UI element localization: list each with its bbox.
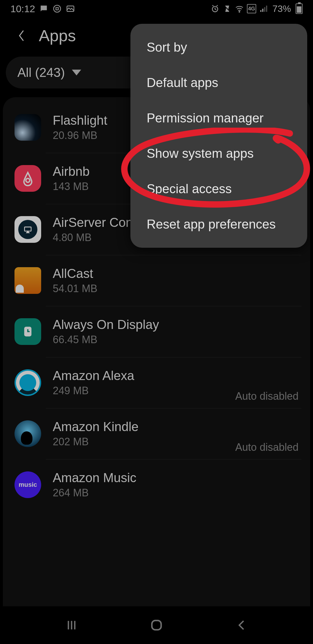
app-icon-flashlight: [14, 114, 41, 141]
app-icon-alexa: [14, 369, 41, 396]
app-name: Always On Display: [53, 317, 301, 332]
page-title: Apps: [39, 26, 76, 45]
wifi-icon: [235, 4, 244, 13]
status-bar: 10:12 4G 73%: [0, 0, 313, 17]
app-size: 54.01 MB: [53, 283, 301, 295]
status-right: 4G 73%: [210, 3, 303, 14]
nav-recents[interactable]: [63, 616, 80, 634]
alarm-icon: [210, 4, 220, 13]
svg-rect-11: [152, 621, 161, 630]
menu-reset-app-preferences[interactable]: Reset app preferences: [130, 207, 307, 242]
vibrate-icon: [223, 4, 232, 13]
app-row-music[interactable]: music Amazon Music 264 MB: [3, 459, 310, 510]
chevron-down-icon: [72, 70, 81, 75]
network-4g-icon: 4G: [247, 4, 256, 13]
app-icon-music: music: [14, 471, 41, 498]
app-name: Amazon Kindle: [53, 419, 301, 434]
status-left: 10:12: [10, 3, 75, 15]
menu-sort-by[interactable]: Sort by: [130, 30, 307, 65]
app-name: Amazon Alexa: [53, 368, 301, 383]
status-time: 10:12: [10, 3, 35, 15]
app-status: Auto disabled: [235, 441, 299, 453]
overflow-menu: Sort by Default apps Permission manager …: [130, 24, 307, 248]
app-icon-aod: [14, 318, 41, 345]
app-row-allcast[interactable]: AllCast 54.01 MB: [3, 255, 310, 306]
filter-label: All (243): [17, 65, 65, 80]
nav-home[interactable]: [148, 616, 165, 634]
notification-chat-icon: [39, 4, 48, 13]
app-icon-airbnb: [14, 165, 41, 192]
app-row-alexa[interactable]: Amazon Alexa 249 MB Auto disabled: [3, 357, 310, 408]
app-size: 264 MB: [53, 487, 301, 499]
signal-icon: [259, 4, 268, 13]
app-icon-kindle: [14, 420, 41, 447]
app-icon-allcast: [14, 267, 41, 294]
app-name: AllCast: [53, 266, 301, 281]
app-size: 66.45 MB: [53, 334, 301, 346]
svg-point-5: [26, 178, 30, 182]
menu-show-system-apps[interactable]: Show system apps: [130, 136, 307, 171]
app-row-aod[interactable]: Always On Display 66.45 MB: [3, 306, 310, 357]
app-icon-airserver: [14, 216, 41, 243]
nav-back[interactable]: [233, 616, 250, 634]
app-status: Auto disabled: [235, 390, 299, 402]
nav-bar: [0, 606, 313, 644]
battery-icon: [296, 3, 303, 14]
app-name: Amazon Music: [53, 471, 301, 485]
app-row-kindle[interactable]: Amazon Kindle 202 MB Auto disabled: [3, 408, 310, 459]
svg-point-4: [239, 11, 240, 12]
menu-special-access[interactable]: Special access: [130, 171, 307, 207]
notification-app-icon: [52, 4, 62, 13]
notification-image-icon: [66, 4, 75, 13]
battery-percent: 73%: [272, 3, 291, 14]
menu-default-apps[interactable]: Default apps: [130, 65, 307, 100]
menu-permission-manager[interactable]: Permission manager: [130, 100, 307, 136]
svg-point-0: [54, 5, 61, 12]
back-button[interactable]: [16, 30, 27, 41]
